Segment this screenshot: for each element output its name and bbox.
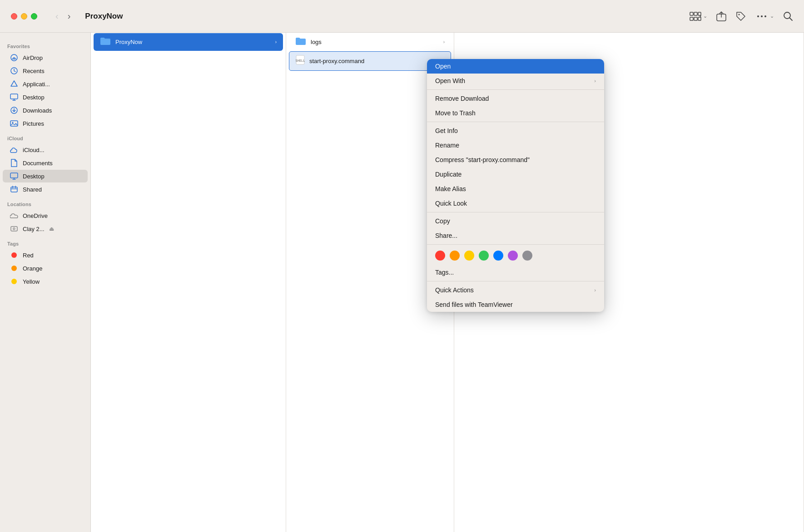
sidebar-item-tag-yellow[interactable]: Yellow	[3, 275, 88, 288]
open-with-chevron-icon: ›	[594, 78, 596, 84]
cm-item-copy[interactable]: Copy	[427, 214, 604, 228]
forward-button[interactable]: ›	[64, 9, 74, 23]
cm-item-tags[interactable]: Tags...	[427, 265, 604, 280]
tag-red-icon	[10, 251, 18, 259]
sidebar-item-shared[interactable]: Shared	[3, 183, 88, 196]
cm-item-duplicate[interactable]: Duplicate	[427, 167, 604, 182]
minimize-button[interactable]	[21, 13, 27, 20]
cm-item-quick-actions[interactable]: Quick Actions ›	[427, 283, 604, 297]
back-button[interactable]: ‹	[52, 9, 62, 23]
start-proxy-file-icon: SHELL	[296, 55, 305, 67]
toolbar-right: ⌄ ⌄	[690, 11, 793, 22]
cm-item-share[interactable]: Share...	[427, 228, 604, 243]
close-button[interactable]	[11, 13, 17, 20]
sidebar-item-icloud-drive[interactable]: iCloud...	[3, 143, 88, 156]
fullscreen-button[interactable]	[31, 13, 37, 20]
sidebar-item-desktop-fav[interactable]: Desktop	[3, 91, 88, 103]
cm-item-copy-label: Copy	[435, 217, 596, 225]
context-menu-overlay: Open Open With › Remove Download Move to…	[427, 59, 604, 312]
icloud-desktop-icon	[10, 172, 18, 180]
cm-item-open[interactable]: Open	[427, 59, 604, 74]
cm-color-blue[interactable]	[493, 251, 503, 261]
sidebar-item-downloads[interactable]: Downloads	[3, 104, 88, 117]
more-options-button[interactable]: ⌄	[755, 12, 774, 21]
title-bar: ‹ › ProxyNow ⌄	[0, 0, 804, 33]
cm-colors-row	[427, 246, 604, 265]
icloud-drive-icon	[10, 146, 18, 154]
view-options-button[interactable]: ⌄	[690, 12, 707, 21]
svg-point-10	[764, 15, 766, 17]
finder-item-start-proxy-label: start-proxy.command	[309, 58, 444, 64]
svg-point-8	[757, 15, 759, 17]
svg-rect-2	[698, 12, 701, 15]
svg-point-13	[14, 59, 15, 60]
cm-item-move-trash[interactable]: Move to Trash	[427, 106, 604, 120]
cm-color-gray[interactable]	[522, 251, 532, 261]
share-button[interactable]	[716, 11, 726, 21]
sidebar: Favorites AirDrop Recents	[0, 33, 91, 532]
cm-item-tags-label: Tags...	[435, 269, 596, 276]
sidebar-section-locations: Locations	[0, 196, 90, 209]
logs-folder-icon	[295, 36, 306, 48]
cm-item-quick-look-label: Quick Look	[435, 200, 596, 207]
cm-color-purple[interactable]	[508, 251, 518, 261]
finder-item-logs[interactable]: logs ›	[289, 33, 451, 51]
sidebar-item-icloud-drive-label: iCloud...	[23, 147, 45, 153]
cm-color-orange[interactable]	[450, 251, 460, 261]
pictures-icon	[10, 119, 18, 128]
cm-item-move-trash-label: Move to Trash	[435, 109, 596, 117]
cm-item-duplicate-label: Duplicate	[435, 171, 596, 178]
cm-color-yellow[interactable]	[464, 251, 474, 261]
sidebar-item-pictures[interactable]: Pictures	[3, 117, 88, 130]
cm-item-compress-label: Compress "start-proxy.command"	[435, 156, 596, 163]
tag-button[interactable]	[735, 11, 746, 22]
context-menu: Open Open With › Remove Download Move to…	[427, 59, 604, 312]
svg-rect-15	[10, 94, 18, 99]
cm-item-make-alias[interactable]: Make Alias	[427, 182, 604, 196]
cm-item-compress[interactable]: Compress "start-proxy.command"	[427, 153, 604, 167]
cm-color-green[interactable]	[479, 251, 489, 261]
svg-rect-21	[11, 227, 17, 231]
svg-rect-19	[10, 173, 18, 178]
sidebar-item-tag-orange[interactable]: Orange	[3, 262, 88, 275]
cm-item-send-teamviewer[interactable]: Send files with TeamViewer	[427, 297, 604, 312]
cm-item-get-info[interactable]: Get Info	[427, 123, 604, 138]
cm-item-open-label: Open	[435, 63, 596, 70]
svg-rect-0	[690, 12, 693, 15]
sidebar-item-icloud-desktop[interactable]: Desktop	[3, 170, 88, 182]
svg-point-7	[739, 14, 740, 15]
sidebar-item-recents-label: Recents	[23, 68, 45, 74]
clay-icon	[10, 225, 18, 233]
cm-item-open-with-label: Open With	[435, 77, 591, 84]
sidebar-section-favorites: Favorites	[0, 38, 90, 51]
desktop-fav-icon	[10, 93, 18, 101]
sidebar-item-documents[interactable]: Documents	[3, 157, 88, 169]
cm-item-quick-look[interactable]: Quick Look	[427, 196, 604, 211]
search-button[interactable]	[783, 11, 793, 21]
finder-column-1: ProxyNow ›	[91, 33, 286, 532]
documents-icon	[10, 159, 18, 167]
cm-item-rename[interactable]: Rename	[427, 138, 604, 153]
svg-rect-4	[694, 17, 697, 20]
finder-item-proxynow-label: ProxyNow	[115, 39, 271, 45]
svg-text:SHELL: SHELL	[296, 59, 305, 63]
sidebar-item-onedrive[interactable]: OneDrive	[3, 209, 88, 222]
finder-item-proxynow[interactable]: ProxyNow ›	[94, 33, 283, 51]
cm-color-red[interactable]	[435, 251, 445, 261]
sidebar-item-clay[interactable]: Clay 2... ⏏	[3, 222, 88, 235]
eject-icon[interactable]: ⏏	[49, 226, 54, 232]
cm-separator-1	[427, 89, 604, 90]
sidebar-item-desktop-fav-label: Desktop	[23, 94, 45, 101]
cm-separator-4	[427, 244, 604, 245]
sidebar-item-applications[interactable]: Applicati...	[3, 78, 88, 90]
recents-icon	[10, 67, 18, 75]
cm-item-rename-label: Rename	[435, 142, 596, 149]
sidebar-item-tag-red[interactable]: Red	[3, 249, 88, 261]
sidebar-item-airdrop[interactable]: AirDrop	[3, 51, 88, 64]
cm-item-open-with[interactable]: Open With ›	[427, 74, 604, 88]
svg-rect-1	[694, 12, 697, 15]
svg-rect-3	[690, 17, 693, 20]
cm-item-remove-download[interactable]: Remove Download	[427, 91, 604, 106]
sidebar-item-recents[interactable]: Recents	[3, 64, 88, 77]
sidebar-section-tags: Tags	[0, 236, 90, 248]
